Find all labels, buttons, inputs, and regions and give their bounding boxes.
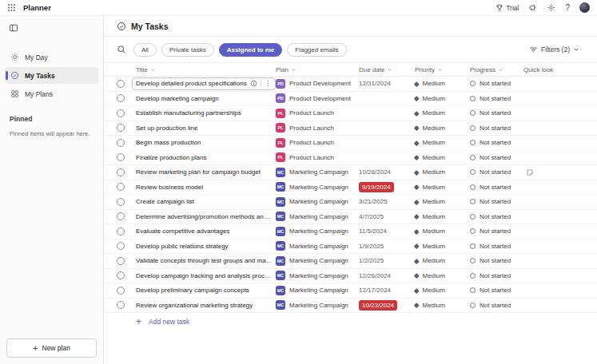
help-button[interactable]: ? (565, 3, 570, 12)
task-title[interactable]: Finalize production plans (136, 154, 207, 161)
task-title-cell[interactable]: Review business model ⋮ (136, 180, 276, 193)
plan-cell[interactable]: MC Marketing Campaign (276, 168, 359, 177)
task-title[interactable]: Establish manufacturing partnerships (136, 109, 241, 117)
task-title[interactable]: Review marketing plan for campaign budge… (136, 168, 261, 176)
task-title-cell[interactable]: Validate concepts through test groups an… (136, 255, 276, 267)
task-title[interactable]: Set up production line (136, 125, 197, 132)
task-title[interactable]: Evaluate competitive advantages (136, 228, 229, 235)
add-new-task-button[interactable]: + Add new task (104, 313, 597, 330)
task-row[interactable]: Validate concepts through test groups an… (104, 254, 597, 269)
task-title[interactable]: Review business model (136, 184, 203, 191)
task-title[interactable]: Develop marketing campaign (136, 95, 219, 102)
plan-cell[interactable]: PL Product Launch (276, 152, 359, 162)
pill-all[interactable]: All (133, 43, 157, 57)
new-plan-button[interactable]: + New plan (6, 338, 97, 358)
task-complete-checkbox[interactable] (117, 109, 125, 117)
task-complete-checkbox[interactable] (117, 139, 125, 147)
plan-cell[interactable]: PD Product Development (276, 79, 359, 89)
task-complete-checkbox[interactable] (117, 80, 125, 88)
task-row[interactable]: Set up production line ⋮ PL Product Laun… (104, 121, 597, 136)
task-title-cell[interactable]: Begin mass production ⋮ (136, 136, 276, 149)
plan-cell[interactable]: MC Marketing Campaign (276, 271, 359, 280)
task-title[interactable]: Develop public relations strategy (136, 243, 229, 250)
task-complete-checkbox[interactable] (117, 242, 125, 250)
task-complete-checkbox[interactable] (117, 287, 125, 295)
plan-cell[interactable]: PL Product Launch (276, 138, 359, 148)
task-complete-checkbox[interactable] (117, 271, 125, 279)
task-row[interactable]: Develop detailed product specifications … (104, 77, 597, 92)
task-row[interactable]: Establish manufacturing partnerships ⋮ P… (104, 106, 597, 121)
pill-flagged-emails[interactable]: Flagged emails (287, 43, 346, 57)
column-header-plan[interactable]: Plan (276, 66, 359, 73)
task-title-cell[interactable]: Review marketing plan for campaign budge… (136, 166, 276, 179)
plan-cell[interactable]: MC Marketing Campaign (276, 197, 359, 207)
plan-cell[interactable]: PL Product Launch (276, 109, 359, 118)
task-complete-checkbox[interactable] (117, 228, 125, 235)
task-title-cell[interactable]: Evaluate competitive advantages ⋮ (136, 225, 276, 238)
task-row[interactable]: Review marketing plan for campaign budge… (104, 165, 597, 180)
task-complete-checkbox[interactable] (117, 212, 125, 220)
plan-cell[interactable]: MC Marketing Campaign (276, 256, 359, 266)
task-complete-checkbox[interactable] (117, 183, 125, 191)
plan-cell[interactable]: MC Marketing Campaign (276, 212, 359, 221)
plan-cell[interactable]: MC Marketing Campaign (276, 182, 359, 192)
task-complete-checkbox[interactable] (117, 301, 125, 309)
task-row[interactable]: Determine advertising/promotion methods … (104, 210, 597, 225)
task-row[interactable]: Review organizational marketing strategy… (104, 299, 597, 314)
column-header-due-date[interactable]: Due date (359, 66, 415, 73)
pill-private-tasks[interactable]: Private tasks (161, 43, 214, 57)
sidebar-item-my-day[interactable]: My Day (5, 49, 98, 65)
task-title-cell[interactable]: Develop public relations strategy ⋮ (136, 239, 276, 252)
task-complete-checkbox[interactable] (117, 94, 125, 102)
column-header-progress[interactable]: Progress (470, 66, 523, 73)
task-row[interactable]: Begin mass production ⋮ PL Product Launc… (104, 136, 597, 151)
task-title-cell[interactable]: Review organizational marketing strategy… (136, 299, 276, 311)
plan-cell[interactable]: MC Marketing Campaign (276, 227, 359, 236)
task-title-cell[interactable]: Create campaign list ⋮ (136, 196, 276, 208)
task-title[interactable]: Review organizational marketing strategy (136, 302, 253, 309)
plan-cell[interactable]: MC Marketing Campaign (276, 286, 359, 295)
task-row[interactable]: Finalize production plans ⋮ PL Product L… (104, 151, 597, 166)
app-launcher-icon[interactable] (7, 3, 16, 12)
pill-assigned-to-me[interactable]: Assigned to me (219, 43, 283, 57)
task-title-cell[interactable]: Develop campaign tracking and analysis p… (136, 269, 276, 282)
task-title-cell[interactable]: Develop detailed product specifications … (132, 77, 276, 90)
column-header-title[interactable]: Title (136, 66, 276, 73)
filters-button[interactable]: Filters (2) (524, 45, 584, 55)
plan-cell[interactable]: PL Product Launch (276, 123, 359, 133)
plan-cell[interactable]: PD Product Development (276, 93, 359, 103)
task-complete-checkbox[interactable] (117, 198, 125, 206)
sidebar-item-my-plans[interactable]: My Plans (5, 85, 98, 102)
task-row[interactable]: Evaluate competitive advantages ⋮ MC Mar… (104, 224, 597, 239)
sidebar-toggle-button[interactable] (9, 23, 18, 33)
task-title[interactable]: Create campaign list (136, 198, 194, 205)
avatar[interactable] (579, 2, 590, 13)
info-icon[interactable] (250, 80, 257, 87)
task-title[interactable]: Develop preliminary campaign concepts (136, 287, 249, 294)
task-complete-checkbox[interactable] (117, 124, 125, 132)
feedback-button[interactable] (528, 3, 537, 12)
task-complete-checkbox[interactable] (117, 257, 125, 265)
task-title-cell[interactable]: Set up production line ⋮ (136, 121, 276, 134)
task-title-cell[interactable]: Determine advertising/promotion methods … (136, 210, 276, 223)
task-title-cell[interactable]: Establish manufacturing partnerships ⋮ (136, 107, 276, 120)
plan-cell[interactable]: MC Marketing Campaign (276, 300, 359, 310)
task-row[interactable]: Create campaign list ⋮ MC Marketing Camp… (104, 195, 597, 210)
task-row[interactable]: Develop campaign tracking and analysis p… (104, 269, 597, 284)
task-title[interactable]: Develop detailed product specifications (136, 80, 247, 87)
more-options-icon[interactable]: ⋮ (261, 80, 272, 87)
task-row[interactable]: Develop marketing campaign ⋮ PD Product … (104, 92, 597, 107)
settings-button[interactable] (547, 3, 555, 12)
task-complete-checkbox[interactable] (117, 168, 125, 176)
column-header-priority[interactable]: Priority (415, 66, 470, 73)
search-button[interactable] (117, 45, 126, 54)
task-title[interactable]: Begin mass production (136, 139, 201, 146)
trial-badge[interactable]: Trial (496, 4, 519, 12)
task-row[interactable]: Develop public relations strategy ⋮ MC M… (104, 239, 597, 255)
task-row[interactable]: Review business model ⋮ MC Marketing Cam… (104, 180, 597, 196)
task-row[interactable]: Develop preliminary campaign concepts ⋮ … (104, 283, 597, 299)
task-title-cell[interactable]: Develop marketing campaign ⋮ (136, 92, 276, 105)
task-title-cell[interactable]: Develop preliminary campaign concepts ⋮ (136, 284, 276, 297)
plan-cell[interactable]: MC Marketing Campaign (276, 241, 359, 251)
task-title[interactable]: Validate concepts through test groups an… (136, 257, 273, 264)
